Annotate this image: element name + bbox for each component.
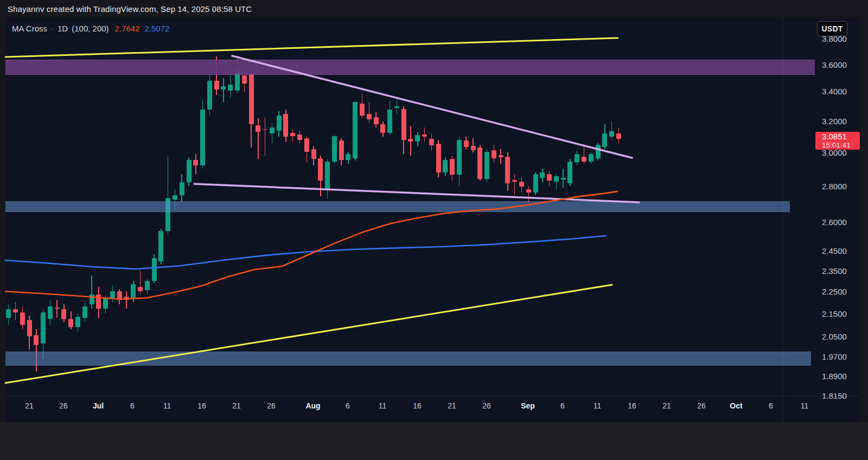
ma200-value: 2.5072 xyxy=(144,24,169,33)
indicator-params: (100, 200) xyxy=(72,24,108,33)
time-axis[interactable] xyxy=(5,396,783,422)
attribution-text: Shayannv created with TradingView.com, S… xyxy=(8,4,252,14)
indicator-interval: 1D xyxy=(58,24,68,33)
last-price-badge: 3.0851 15:01:41 xyxy=(815,132,860,150)
quote-currency-button[interactable]: USDT xyxy=(817,21,847,36)
indicator-legend[interactable]: MA Cross · 1D (100, 200) 2.7642 2.5072 xyxy=(12,23,169,34)
ma100-value: 2.7642 xyxy=(115,24,140,33)
attribution-bar: Shayannv created with TradingView.com, S… xyxy=(0,0,868,18)
last-price-value: 3.0851 xyxy=(822,132,860,141)
indicator-name: MA Cross xyxy=(12,24,47,33)
quote-currency-label: USDT xyxy=(822,24,843,33)
price-scale[interactable] xyxy=(783,18,860,396)
footer-bar: TradingView xyxy=(0,422,868,460)
bar-countdown: 15:01:41 xyxy=(822,141,860,150)
legend-separator: · xyxy=(51,24,54,33)
chart-pane[interactable] xyxy=(5,18,860,422)
tradingview-screenshot: Shayannv created with TradingView.com, S… xyxy=(0,0,868,460)
